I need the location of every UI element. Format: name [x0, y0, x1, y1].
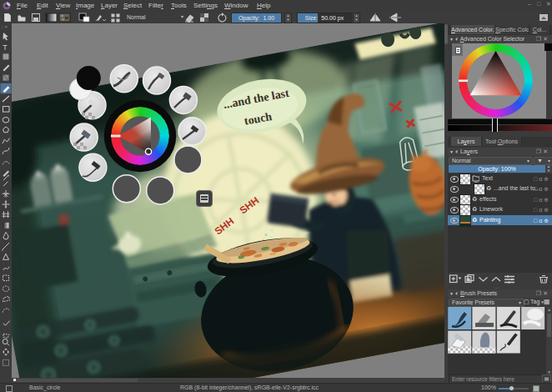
svg-text:T: T [3, 43, 8, 52]
